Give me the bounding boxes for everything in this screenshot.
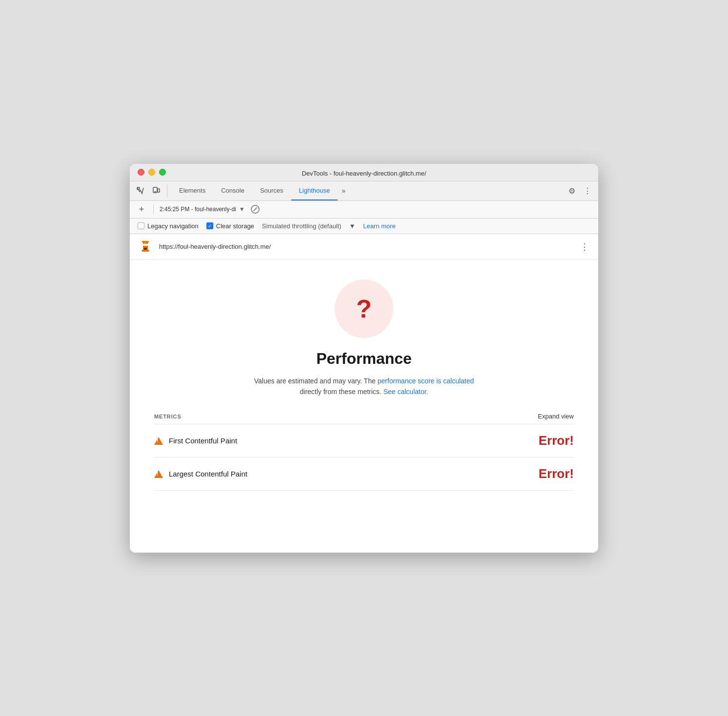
svg-rect-9 (142, 250, 149, 251)
score-value: ? (356, 294, 372, 323)
add-button[interactable]: + (136, 203, 147, 215)
settings-icon[interactable]: ⚙ (565, 184, 579, 198)
main-content: ? Performance Values are estimated and m… (130, 260, 598, 553)
score-circle: ? (335, 279, 393, 338)
lighthouse-url-bar: https://foul-heavenly-direction.glitch.m… (130, 234, 598, 260)
description-middle: directly from these metrics. (300, 388, 382, 396)
legacy-nav-checkbox[interactable] (138, 222, 144, 229)
metrics-header: METRICS Expand view (154, 413, 574, 424)
tab-console[interactable]: Console (213, 181, 252, 200)
browser-window: DevTools - foul-heavenly-direction.glitc… (130, 164, 598, 553)
performance-title: Performance (140, 350, 588, 368)
tab-more-button[interactable]: » (338, 181, 349, 200)
warning-icon (154, 470, 163, 478)
tab-elements[interactable]: Elements (171, 181, 213, 200)
svg-rect-10 (142, 251, 149, 252)
url-dropdown-arrow[interactable]: ▼ (239, 206, 245, 213)
no-entry-icon[interactable] (251, 205, 260, 214)
lighthouse-more-options[interactable]: ⋮ (579, 241, 590, 253)
url-text: 2:45:25 PM - foul-heavenly-di (160, 206, 236, 213)
table-row: First Contentful Paint Error! (154, 424, 574, 457)
maximize-button[interactable] (159, 169, 166, 176)
learn-more-link[interactable]: Learn more (363, 222, 395, 230)
expand-view-button[interactable]: Expand view (538, 413, 574, 420)
title-bar: DevTools - foul-heavenly-direction.glitc… (130, 164, 598, 181)
warning-icon (154, 437, 163, 445)
legacy-nav-group: Legacy navigation (138, 222, 199, 230)
legacy-nav-label: Legacy navigation (147, 222, 199, 230)
clear-storage-group: Clear storage (206, 222, 254, 230)
metric-name-lcp: Largest Contentful Paint (169, 470, 533, 478)
options-bar: Legacy navigation Clear storage Simulate… (130, 219, 598, 234)
device-toggle-icon[interactable] (149, 184, 163, 198)
table-row: Largest Contentful Paint Error! (154, 457, 574, 491)
clear-storage-checkbox[interactable] (206, 222, 213, 229)
url-bar[interactable]: 2:45:25 PM - foul-heavenly-di ▼ (160, 206, 245, 213)
lighthouse-url-text: https://foul-heavenly-direction.glitch.m… (159, 243, 573, 250)
toolbar-row2: + 2:45:25 PM - foul-heavenly-di ▼ (130, 201, 598, 219)
close-button[interactable] (138, 169, 144, 176)
metric-value-lcp: Error! (539, 466, 574, 481)
traffic-lights (138, 169, 166, 176)
divider (153, 204, 154, 214)
metric-name-fcp: First Contentful Paint (169, 437, 533, 445)
svg-rect-2 (158, 189, 160, 192)
toolbar-icons (134, 184, 167, 198)
tab-sources[interactable]: Sources (252, 181, 291, 200)
svg-rect-7 (144, 248, 147, 250)
inspect-icon[interactable] (134, 184, 147, 198)
throttling-arrow[interactable]: ▼ (349, 222, 355, 230)
minimize-button[interactable] (148, 169, 155, 176)
lighthouse-logo (138, 239, 153, 255)
performance-description: Values are estimated and may vary. The p… (227, 376, 501, 398)
calculator-link[interactable]: See calculator. (384, 388, 428, 396)
perf-score-link[interactable]: performance score is calculated (378, 377, 474, 385)
metric-value-fcp: Error! (539, 433, 574, 448)
tab-lighthouse[interactable]: Lighthouse (291, 181, 338, 200)
metrics-section: METRICS Expand view First Contentful Pai… (154, 413, 574, 491)
toolbar-right: ⚙ ⋮ (565, 184, 594, 198)
description-text: Values are estimated and may vary. The (254, 377, 376, 385)
metrics-label: METRICS (154, 414, 182, 419)
devtools-toolbar: Elements Console Sources Lighthouse » ⚙ … (130, 181, 598, 201)
tab-list: Elements Console Sources Lighthouse » (171, 181, 565, 200)
svg-point-11 (144, 241, 147, 244)
score-circle-container: ? (140, 279, 588, 338)
clear-storage-label: Clear storage (216, 222, 254, 230)
window-title: DevTools - foul-heavenly-direction.glitc… (302, 170, 426, 177)
throttling-label: Simulated throttling (default) (262, 222, 342, 230)
more-options-icon[interactable]: ⋮ (581, 184, 594, 198)
